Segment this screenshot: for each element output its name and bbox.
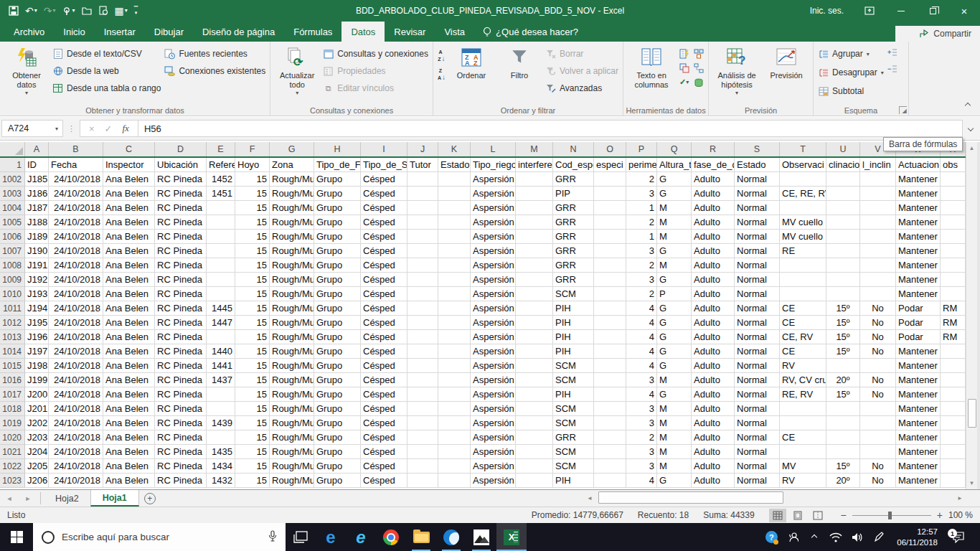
cell[interactable] xyxy=(516,187,553,201)
cell[interactable]: 1432 xyxy=(207,474,235,488)
cell[interactable]: Aspersión xyxy=(471,258,516,273)
cell[interactable]: RC Pineda xyxy=(155,416,207,430)
cell[interactable]: Césped xyxy=(361,215,407,230)
cell[interactable]: 15 xyxy=(235,273,270,287)
cell[interactable]: RE, RV xyxy=(780,387,826,402)
cell[interactable]: 15 xyxy=(235,230,270,244)
cell[interactable]: Adulto xyxy=(692,445,735,459)
cell[interactable]: Ana Belen xyxy=(103,459,155,474)
taskbar-photos[interactable] xyxy=(466,523,496,551)
help-tray-icon[interactable]: ? xyxy=(762,523,781,551)
cell[interactable] xyxy=(516,301,553,316)
cell[interactable] xyxy=(941,187,966,201)
scroll-left-icon[interactable]: ◄ xyxy=(584,495,595,501)
cell[interactable]: Césped xyxy=(361,330,407,344)
cell[interactable]: 15 xyxy=(235,244,270,258)
cell[interactable]: Hoyo xyxy=(235,158,270,172)
cell[interactable]: Normal xyxy=(735,402,780,416)
cell[interactable] xyxy=(207,258,235,273)
cell[interactable]: Normal xyxy=(735,330,780,344)
volume-icon[interactable] xyxy=(848,523,867,551)
cell[interactable]: Podar xyxy=(896,316,941,330)
cell[interactable] xyxy=(516,344,553,359)
cell[interactable] xyxy=(438,416,471,430)
cell[interactable]: G xyxy=(657,273,692,287)
cell[interactable]: Aspersión xyxy=(471,301,516,316)
cell[interactable]: 24/10/2018 xyxy=(49,373,103,387)
cell[interactable]: J204 xyxy=(25,445,49,459)
cell[interactable]: Ana Belen xyxy=(103,244,155,258)
cell[interactable]: 15º xyxy=(826,459,860,474)
cell[interactable]: Adulto xyxy=(692,330,735,344)
cell[interactable]: 24/10/2018 xyxy=(49,230,103,244)
cell[interactable] xyxy=(438,474,471,488)
cell[interactable]: Grupo xyxy=(314,244,361,258)
cell[interactable]: Referen xyxy=(207,158,235,172)
tab-dibujar[interactable]: Dibujar xyxy=(145,22,193,42)
cell[interactable] xyxy=(438,445,471,459)
desde-tabla-rango-button[interactable]: Desde una tabla o rango xyxy=(52,81,161,95)
cell[interactable]: Ana Belen xyxy=(103,387,155,402)
cell[interactable] xyxy=(516,316,553,330)
tab-insertar[interactable]: Insertar xyxy=(95,22,145,42)
editar-vinculos-button[interactable]: ⧉Editar vínculos xyxy=(323,81,428,95)
cell[interactable]: Normal xyxy=(735,387,780,402)
cell[interactable]: 15 xyxy=(235,258,270,273)
tab-archivo[interactable]: Archivo xyxy=(4,22,54,42)
row-header-1013[interactable]: 1013 xyxy=(0,330,25,344)
cell[interactable]: M xyxy=(657,402,692,416)
column-header-K[interactable]: K xyxy=(438,142,471,156)
cell[interactable]: RC Pineda xyxy=(155,430,207,445)
cell[interactable]: 15º xyxy=(826,301,860,316)
cell[interactable] xyxy=(407,230,438,244)
cell[interactable] xyxy=(594,474,626,488)
cell[interactable] xyxy=(438,230,471,244)
column-header-S[interactable]: S xyxy=(735,142,780,156)
cell[interactable]: Normal xyxy=(735,359,780,373)
cell[interactable]: Césped xyxy=(361,244,407,258)
cell[interactable]: 15 xyxy=(235,330,270,344)
cell[interactable]: RC Pineda xyxy=(155,316,207,330)
sign-in-link[interactable]: Inic. ses. xyxy=(810,6,844,16)
cell[interactable] xyxy=(207,287,235,301)
print-preview-icon[interactable] xyxy=(99,6,108,16)
status-sum[interactable]: Suma: 44339 xyxy=(703,510,754,520)
cell[interactable] xyxy=(438,359,471,373)
cell[interactable]: Grupo xyxy=(314,215,361,230)
insert-function-icon[interactable]: fx xyxy=(123,123,129,134)
cell[interactable]: Césped xyxy=(361,344,407,359)
horizontal-scrollbar[interactable]: ◄ ► xyxy=(584,489,966,507)
cell[interactable]: Ana Belen xyxy=(103,187,155,201)
ribbon-display-options-icon[interactable] xyxy=(854,0,885,22)
cell[interactable]: G xyxy=(657,387,692,402)
page-break-view-icon[interactable] xyxy=(809,509,826,522)
tab-revisar[interactable]: Revisar xyxy=(385,22,435,42)
propiedades-button[interactable]: Propiedades xyxy=(323,64,428,78)
cell[interactable]: RE xyxy=(780,244,826,258)
cell[interactable]: Rough/Mu xyxy=(270,244,314,258)
scroll-right-icon[interactable]: ► xyxy=(954,495,966,501)
cell[interactable] xyxy=(207,273,235,287)
cell[interactable]: Rough/Mu xyxy=(270,330,314,344)
cell[interactable]: Aspersión xyxy=(471,330,516,344)
open-icon[interactable] xyxy=(82,6,93,15)
row-header-1022[interactable]: 1022 xyxy=(0,459,25,474)
cell[interactable]: J205 xyxy=(25,459,49,474)
cell[interactable] xyxy=(438,344,471,359)
cell[interactable] xyxy=(860,430,896,445)
status-average[interactable]: Promedio: 14779,66667 xyxy=(532,510,623,520)
cell[interactable] xyxy=(516,230,553,244)
cell[interactable]: Mantener xyxy=(896,359,941,373)
cell[interactable]: Adulto xyxy=(692,430,735,445)
desde-texto-csv-button[interactable]: Desde el texto/CSV xyxy=(52,47,161,61)
cell[interactable] xyxy=(941,344,966,359)
cell[interactable]: Aspersión xyxy=(471,459,516,474)
cell[interactable]: GRR xyxy=(553,430,594,445)
cell[interactable] xyxy=(516,459,553,474)
consolidate-icon[interactable] xyxy=(693,48,704,59)
cell[interactable]: J186 xyxy=(25,187,49,201)
cell[interactable]: Normal xyxy=(735,187,780,201)
cell[interactable] xyxy=(407,430,438,445)
cell[interactable]: 15 xyxy=(235,359,270,373)
taskbar-file-explorer[interactable] xyxy=(406,523,436,551)
